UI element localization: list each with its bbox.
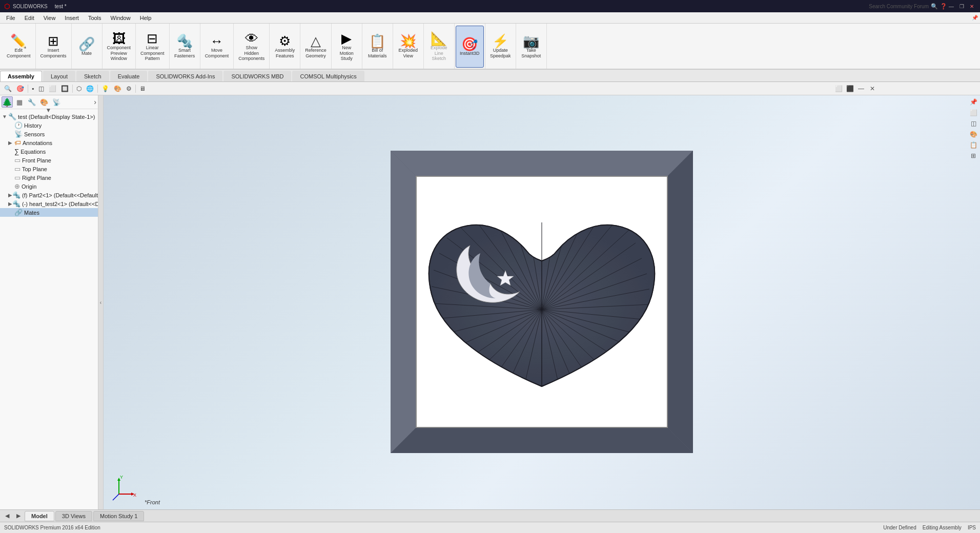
bottom-tab-motion-study-1[interactable]: Motion Study 1: [93, 511, 144, 521]
tree-item-equations[interactable]: ∑ Equations: [0, 147, 98, 156]
vp-tool-1[interactable]: 📌: [969, 97, 978, 107]
tree-item-origin[interactable]: ⊕ Origin: [0, 182, 98, 191]
tab-sketch[interactable]: Sketch: [76, 71, 109, 81]
help-icon[interactable]: ❓: [940, 3, 947, 10]
assembly-features-label: AssemblyFeatures: [275, 48, 295, 59]
vp-tool-6[interactable]: ⊞: [969, 151, 978, 160]
take-snapshot-button[interactable]: 📷 TakeSnapshot: [517, 26, 545, 68]
bottom-scroll-right[interactable]: ▶: [13, 511, 24, 521]
tab-evaluate[interactable]: Evaluate: [110, 71, 148, 81]
assembly-features-button[interactable]: ⚙ AssemblyFeatures: [271, 26, 299, 68]
edit-component-button[interactable]: ✏️ EditComponent: [3, 26, 34, 68]
tree-item-annotations[interactable]: ▶ 🏷 Annotations: [0, 138, 98, 147]
vp-tool-3[interactable]: ◫: [969, 119, 978, 128]
smart-fasteners-label: SmartFasteners: [174, 48, 195, 59]
smart-fasteners-button[interactable]: 🔩 SmartFasteners: [171, 26, 199, 68]
tab-solidworks-mbd[interactable]: SOLIDWORKS MBD: [223, 71, 291, 81]
tree-item-history[interactable]: 🕐 History: [0, 121, 98, 130]
tab-assembly[interactable]: Assembly: [0, 71, 42, 81]
tree-expand-arrow[interactable]: ›: [94, 98, 96, 106]
instant3d-button[interactable]: 🎯 Instant3D: [456, 26, 484, 68]
view-tb-btn-7[interactable]: ⬡: [74, 84, 84, 94]
view-tb-btn-11[interactable]: ⚙: [124, 84, 134, 94]
tree-item-front-plane[interactable]: ▭ Front Plane: [0, 156, 98, 165]
menu-insert[interactable]: Insert: [60, 14, 83, 22]
menu-help[interactable]: Help: [136, 14, 156, 22]
new-motion-study-button[interactable]: ▶ NewMotionStudy: [333, 26, 361, 68]
view-expand-3[interactable]: —: [856, 84, 866, 94]
exploded-view-icon: 💥: [400, 34, 416, 48]
view-expand-4[interactable]: ✕: [867, 84, 877, 94]
tree-collapse-handle[interactable]: ‹: [98, 95, 104, 509]
right-plane-icon: ▭: [14, 174, 21, 181]
menu-view[interactable]: View: [39, 14, 60, 22]
exploded-view-label: ExplodedView: [398, 48, 418, 59]
tab-comsol[interactable]: COMSOL Multiphysics: [292, 71, 364, 81]
snapshot-label: TakeSnapshot: [521, 48, 541, 59]
minimize-button[interactable]: —: [947, 2, 955, 10]
view-tb-btn-8[interactable]: 🌐: [84, 84, 96, 94]
view-tb-btn-2[interactable]: 🎯: [14, 84, 26, 94]
vp-tool-5[interactable]: 📋: [969, 140, 978, 150]
bill-of-materials-button[interactable]: 📋 Bill ofMaterials: [363, 26, 392, 68]
tree-item-part2[interactable]: ▶ 🔩 (f) Part2<1> (Default<<Default>_Dis: [0, 191, 98, 199]
reference-geometry-icon: △: [311, 34, 321, 48]
close-button[interactable]: ✕: [968, 2, 976, 10]
ribbon-group-linear-pattern: ⊟ LinearComponentPattern: [136, 24, 170, 69]
component-preview-button[interactable]: 🖼 ComponentPreviewWindow: [104, 26, 135, 68]
view-tb-btn-3[interactable]: ▪: [30, 84, 36, 94]
viewport[interactable]: Y X *Front 📌 ⬜ ◫ 🎨 📋 ⊞: [104, 95, 980, 509]
tree-item-right-plane[interactable]: ▭ Right Plane: [0, 173, 98, 182]
tree-expand-heart: ▶: [8, 201, 12, 207]
speedpak-label: UpdateSpeedpak: [490, 48, 511, 59]
tree-item-sensors[interactable]: 📡 Sensors: [0, 130, 98, 138]
view-tb-btn-10[interactable]: 🎨: [112, 84, 124, 94]
pin-icon[interactable]: 📌: [972, 15, 978, 20]
view-tb-btn-5[interactable]: ⬜: [47, 84, 58, 94]
vp-tool-2[interactable]: ⬜: [969, 108, 978, 117]
menu-window[interactable]: Window: [107, 14, 135, 22]
view-expand-2[interactable]: ⬛: [845, 84, 855, 94]
exploded-view-button[interactable]: 💥 ExplodedView: [394, 26, 422, 68]
show-hidden-button[interactable]: 👁 ShowHiddenComponents: [235, 26, 268, 68]
mates-icon: 🔗: [14, 209, 23, 216]
explode-line-button[interactable]: 📐 ExplodeLineSketch: [425, 26, 453, 68]
move-component-button[interactable]: ↔️ MoveComponent: [201, 26, 233, 68]
tree-item-mates[interactable]: 🔗 Mates: [0, 208, 98, 217]
linear-pattern-label: LinearComponentPattern: [140, 45, 165, 61]
tree-btn-sensors[interactable]: 📡: [51, 96, 62, 108]
view-tb-btn-6[interactable]: 🔲: [59, 84, 71, 94]
update-speedpak-button[interactable]: ⚡ UpdateSpeedpak: [486, 26, 515, 68]
linear-pattern-button[interactable]: ⊟ LinearComponentPattern: [137, 26, 168, 68]
menu-file[interactable]: File: [2, 14, 19, 22]
tree-btn-featuremanager[interactable]: 🌲: [2, 96, 13, 108]
view-tb-btn-1[interactable]: 🔍: [2, 84, 14, 94]
tab-layout[interactable]: Layout: [43, 71, 75, 81]
heart-icon: 🔩: [12, 200, 21, 208]
tree-item-root[interactable]: ▼ 🔧 test (Default<Display State-1>): [0, 112, 98, 121]
status-right: Under Defined Editing Assembly IPS: [883, 525, 976, 530]
menu-edit[interactable]: Edit: [21, 14, 38, 22]
tree-item-heart-test2[interactable]: ▶ 🔩 (-) heart_test2<1> (Default<<Defaul: [0, 199, 98, 208]
insert-components-button[interactable]: ⊞ InsertComponents: [37, 26, 70, 68]
bottom-tab-model[interactable]: Model: [25, 511, 54, 521]
tree-btn-config[interactable]: 🔧: [26, 96, 37, 108]
bottom-scroll-left[interactable]: ◀: [2, 511, 12, 521]
tree-btn-properties[interactable]: ▦: [14, 96, 25, 108]
view-tb-btn-9[interactable]: 💡: [99, 84, 111, 94]
menu-tools[interactable]: Tools: [84, 14, 106, 22]
tree-btn-display[interactable]: 🎨: [38, 96, 50, 108]
search-icon[interactable]: 🔍: [931, 3, 938, 10]
move-component-label: MoveComponent: [205, 48, 229, 59]
view-tb-btn-4[interactable]: ◫: [36, 84, 46, 94]
view-expand-1[interactable]: ⬜: [833, 84, 844, 94]
tree-item-top-plane[interactable]: ▭ Top Plane: [0, 165, 98, 173]
tree-label-origin: Origin: [22, 183, 36, 190]
mate-button[interactable]: 🔗 Mate: [73, 26, 101, 68]
restore-button[interactable]: ❐: [957, 2, 966, 10]
tab-solidworks-addins[interactable]: SOLIDWORKS Add-Ins: [148, 71, 222, 81]
reference-geometry-button[interactable]: △ ReferenceGeometry: [301, 26, 330, 68]
bottom-tab-3d-views[interactable]: 3D Views: [55, 511, 92, 521]
view-tb-btn-12[interactable]: 🖥: [137, 84, 148, 94]
vp-tool-4[interactable]: 🎨: [969, 130, 978, 139]
